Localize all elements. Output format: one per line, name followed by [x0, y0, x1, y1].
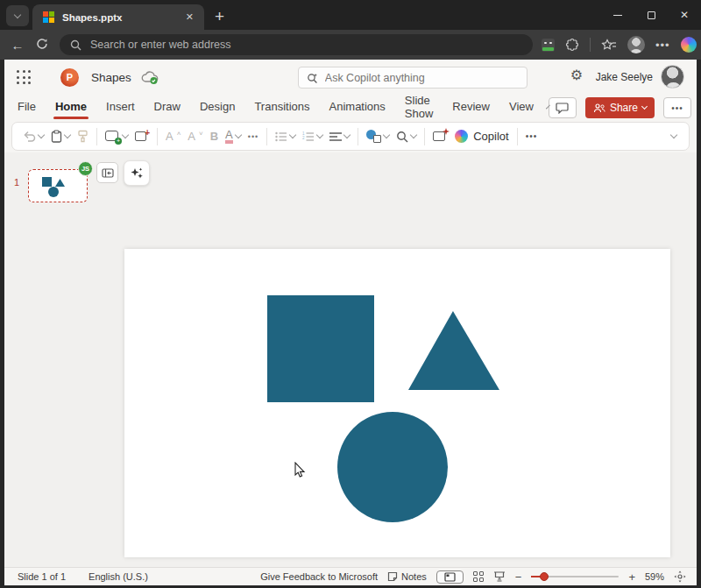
font-color-chevron-icon[interactable] [235, 131, 242, 138]
share-button[interactable]: Share [585, 97, 655, 118]
url-field[interactable] [60, 34, 533, 55]
tab-title: Shapes.pptx [62, 12, 182, 23]
tab-draw[interactable]: Draw [154, 100, 181, 116]
user-name[interactable]: Jake Seelye [596, 71, 653, 83]
document-title[interactable]: Shapes [91, 71, 131, 84]
new-slide-button[interactable]: + [105, 131, 128, 143]
tab-design[interactable]: Design [200, 100, 235, 116]
undo-chevron-icon[interactable] [38, 131, 45, 138]
align-button[interactable] [329, 131, 350, 142]
bold-button[interactable]: B [210, 130, 218, 143]
ribbon-collapse-chevron[interactable] [670, 131, 677, 138]
slide-sorter-view-button[interactable] [473, 571, 484, 582]
svg-text:2: 2 [302, 135, 305, 139]
align-icon [329, 131, 342, 142]
bullets-button[interactable] [275, 131, 295, 142]
settings-gear-icon[interactable]: ⚙ [570, 68, 583, 82]
new-tab-button[interactable]: + [215, 8, 224, 25]
back-button[interactable]: ← [5, 38, 30, 53]
new-slide-chevron-icon[interactable] [122, 131, 129, 138]
thumbnail-square-shape [42, 177, 52, 187]
refresh-button[interactable] [30, 38, 54, 53]
close-button[interactable]: ✕ [668, 2, 701, 28]
edge-copilot-icon[interactable] [681, 37, 697, 53]
tab-close-icon[interactable]: ✕ [182, 10, 197, 25]
square-shape[interactable] [267, 295, 374, 402]
tab-slide-show[interactable]: Slide Show [405, 94, 434, 123]
paste-chevron-icon[interactable] [64, 131, 71, 138]
shrink-font-button[interactable]: A˅ [188, 130, 202, 143]
maximize-button[interactable] [634, 2, 668, 28]
designer-pane-button[interactable] [124, 160, 150, 186]
more-options-button[interactable]: ••• [663, 97, 691, 118]
reuse-slides-button[interactable]: + [135, 131, 149, 143]
tab-view[interactable]: View [509, 100, 534, 116]
find-chevron-icon[interactable] [410, 131, 417, 138]
browser-tab[interactable]: Shapes.pptx ✕ [32, 4, 204, 30]
extension-icon[interactable] [542, 39, 555, 52]
numbering-chevron-icon[interactable] [316, 131, 323, 138]
notes-button[interactable]: Notes [387, 571, 427, 582]
font-color-button[interactable]: A [225, 129, 241, 144]
favorites-icon[interactable] [601, 39, 617, 52]
presence-badge: JS [78, 161, 93, 176]
slideshow-button[interactable] [493, 571, 506, 582]
share-chevron-icon [641, 103, 648, 110]
comments-button[interactable] [549, 97, 577, 118]
shapes-icon [366, 130, 381, 143]
tab-search-button[interactable] [6, 5, 29, 26]
language-label[interactable]: English (U.S.) [89, 571, 148, 582]
tab-insert[interactable]: Insert [106, 100, 135, 116]
more-font-options-button[interactable]: ••• [248, 132, 258, 141]
find-button[interactable] [396, 131, 416, 143]
slide-canvas[interactable] [124, 249, 670, 557]
fit-to-window-icon[interactable] [674, 570, 686, 583]
zoom-slider[interactable] [531, 571, 619, 582]
slide-count-label[interactable]: Slide 1 of 1 [18, 571, 66, 582]
notes-icon [387, 571, 398, 582]
collapse-thumbnail-panel-button[interactable] [96, 162, 118, 183]
divider [358, 128, 358, 145]
shapes-chevron-icon[interactable] [383, 131, 390, 138]
zoom-in-button[interactable]: + [628, 570, 635, 584]
feedback-link[interactable]: Give Feedback to Microsoft [260, 571, 378, 582]
extensions-icon[interactable] [565, 38, 579, 52]
ribbon-overflow-button[interactable]: ••• [526, 131, 538, 141]
mouse-cursor [294, 462, 306, 478]
triangle-shape[interactable] [408, 311, 499, 390]
paste-button[interactable] [51, 130, 70, 143]
copilot-search-input[interactable] [325, 72, 519, 84]
zoom-out-button[interactable]: − [515, 570, 522, 584]
circle-shape[interactable] [337, 412, 448, 522]
browser-settings-menu[interactable]: ••• [655, 39, 670, 52]
tab-file[interactable]: File [18, 100, 36, 116]
powerpoint-logo[interactable]: P [60, 68, 79, 87]
slide-thumbnail[interactable] [28, 169, 88, 202]
format-painter-button[interactable] [77, 130, 89, 143]
bullets-chevron-icon[interactable] [289, 131, 296, 138]
zoom-level-label[interactable]: 59% [645, 571, 664, 582]
shapes-button[interactable] [366, 130, 389, 143]
address-input[interactable] [90, 39, 522, 51]
minimize-button[interactable] [601, 2, 634, 28]
status-bar: Slide 1 of 1 English (U.S.) Give Feedbac… [4, 567, 697, 585]
browser-profile-avatar[interactable] [627, 36, 645, 53]
user-avatar[interactable] [661, 65, 684, 89]
numbering-button[interactable]: 12 [302, 131, 322, 142]
grow-font-button[interactable]: A˄ [166, 130, 181, 143]
zoom-slider-thumb[interactable] [540, 572, 549, 581]
align-chevron-icon[interactable] [343, 131, 350, 138]
designer-button[interactable] [433, 131, 448, 143]
tab-review[interactable]: Review [452, 100, 490, 116]
undo-button[interactable] [23, 131, 44, 143]
thumbnail-triangle-shape [55, 179, 65, 187]
app-launcher-icon[interactable] [17, 70, 31, 84]
browser-extensions-area: ••• [542, 36, 697, 53]
tab-transitions[interactable]: Transitions [254, 100, 309, 116]
copilot-search-box[interactable] [298, 67, 528, 89]
tab-home[interactable]: Home [55, 100, 87, 116]
copilot-button[interactable]: Copilot [455, 130, 508, 143]
normal-view-button[interactable] [436, 570, 464, 584]
tab-animations[interactable]: Animations [329, 100, 386, 116]
notes-label: Notes [401, 571, 427, 582]
